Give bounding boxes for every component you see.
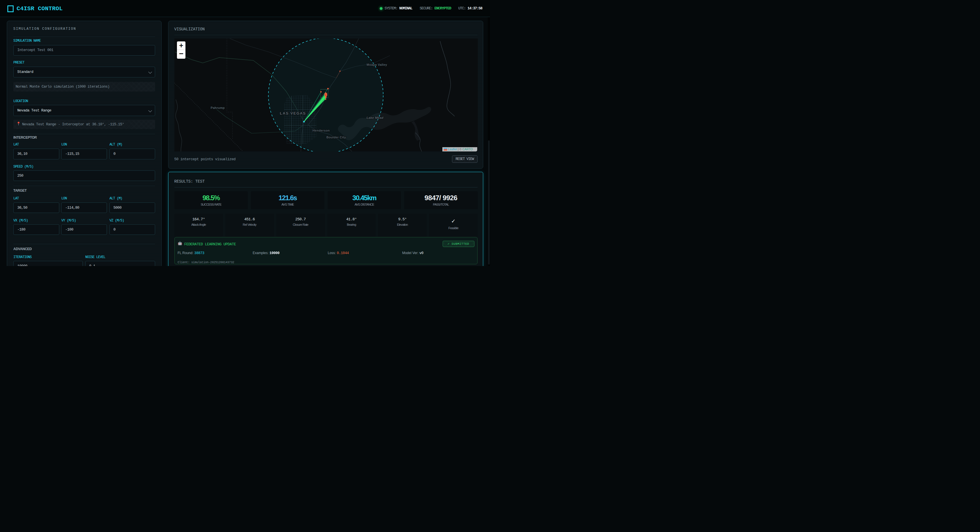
svg-text:Henderson: Henderson [312,129,330,132]
svg-text:Pahrump: Pahrump [211,106,225,110]
svg-text:LAS VEGAS: LAS VEGAS [280,111,306,115]
svg-text:Boulder City: Boulder City [326,135,346,139]
svg-text:Moapa Valley: Moapa Valley [366,63,387,66]
svg-text:Lake Mead: Lake Mead [366,116,383,119]
